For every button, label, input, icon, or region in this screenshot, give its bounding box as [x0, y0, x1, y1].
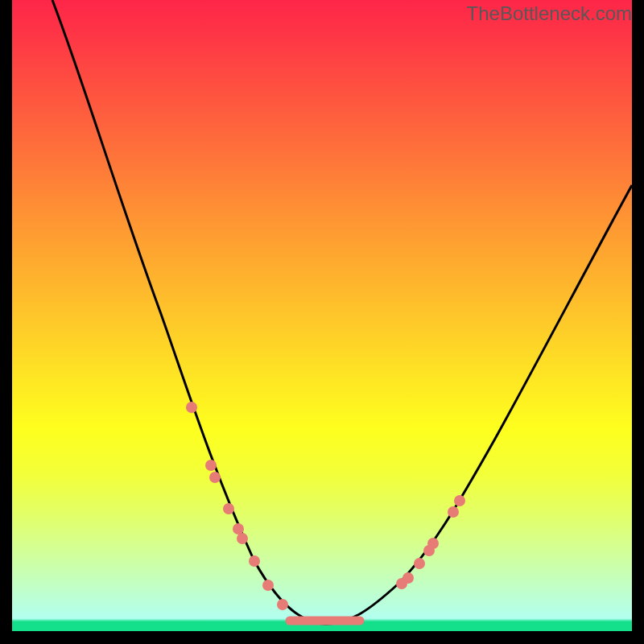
highlight-dot [205, 460, 217, 471]
highlight-dot [402, 572, 414, 584]
highlight-dot [186, 402, 197, 413]
chart-svg [12, 0, 632, 631]
highlight-dot [233, 523, 244, 535]
highlight-dot [427, 538, 439, 549]
plot-area [12, 0, 632, 631]
highlight-dot [237, 533, 248, 544]
bottleneck-curve [52, 0, 632, 624]
bottleneck-chart: TheBottleneck.com [0, 0, 644, 644]
highlight-dot [454, 495, 465, 506]
highlight-dot [209, 472, 221, 483]
watermark-text: TheBottleneck.com [467, 2, 632, 25]
highlight-dot [448, 506, 459, 518]
highlight-dot [414, 558, 425, 569]
highlight-dot [223, 503, 234, 514]
highlight-dot [262, 580, 274, 591]
highlight-dot [249, 555, 260, 567]
highlight-dot [277, 599, 288, 610]
